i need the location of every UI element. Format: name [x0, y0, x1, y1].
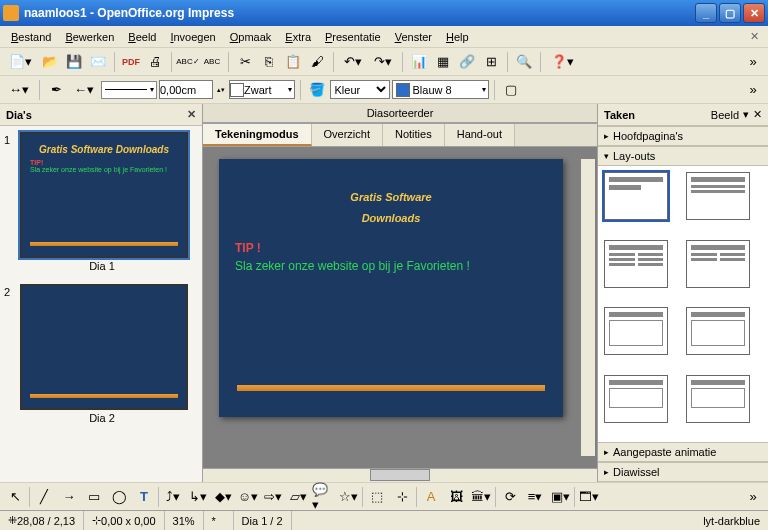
tab-sorter[interactable]: Diasorteerder [203, 104, 597, 123]
cut-button[interactable]: ✂ [234, 51, 256, 73]
maximize-button[interactable]: ▢ [719, 3, 741, 23]
tasks-close-icon[interactable]: ✕ [753, 108, 762, 121]
menu-bestand[interactable]: Bestand [4, 29, 58, 45]
redo-button[interactable]: ↷▾ [369, 51, 397, 73]
layout-item-1[interactable] [604, 172, 668, 220]
line-color-select[interactable]: Zwart▾ [229, 80, 295, 99]
arrange-tool[interactable]: ▣▾ [549, 486, 571, 508]
symbol-shapes-tool[interactable]: ☺▾ [237, 486, 259, 508]
menu-invoegen[interactable]: Invoegen [163, 29, 222, 45]
gallery-tool[interactable]: 🏛▾ [470, 486, 492, 508]
new-button[interactable]: 📄▾ [4, 51, 37, 73]
section-masterpages[interactable]: Hoofdpagina's [598, 126, 768, 146]
fontwork-tool[interactable]: A [420, 486, 442, 508]
line-width-input[interactable] [159, 80, 213, 99]
points-tool[interactable]: ⬚ [366, 486, 388, 508]
save-button[interactable]: 💾 [63, 51, 85, 73]
toolbar-more-icon[interactable]: » [742, 51, 764, 73]
spellcheck-button[interactable]: ABC✓ [177, 51, 199, 73]
menu-help[interactable]: Help [439, 29, 476, 45]
arrow-style-button[interactable]: ↔▾ [4, 79, 34, 101]
line-width-spinner[interactable]: ▴▾ [215, 79, 227, 101]
menu-extra[interactable]: Extra [278, 29, 318, 45]
print-button[interactable]: 🖨 [144, 51, 166, 73]
tasks-panel: Taken Beeld ▾ ✕ Hoofdpagina's Lay-outs A… [598, 104, 768, 482]
arrow-tool[interactable]: → [58, 486, 80, 508]
tab-outline[interactable]: Overzicht [312, 124, 383, 146]
menu-opmaak[interactable]: Opmaak [223, 29, 279, 45]
connector-tool[interactable]: ↳▾ [187, 486, 209, 508]
tab-drawing[interactable]: Tekeningmodus [203, 124, 312, 146]
menu-bewerken[interactable]: Bewerken [58, 29, 121, 45]
curve-tool[interactable]: ⤴▾ [162, 486, 184, 508]
table-button[interactable]: ▦ [432, 51, 454, 73]
toolbar2-more-icon[interactable]: » [742, 79, 764, 101]
format-paintbrush-button[interactable]: 🖌 [306, 51, 328, 73]
block-arrows-tool[interactable]: ⇨▾ [262, 486, 284, 508]
auto-spellcheck-button[interactable]: ABC [201, 51, 223, 73]
flowchart-tool[interactable]: ▱▾ [287, 486, 309, 508]
callout-tool[interactable]: 💬▾ [312, 486, 334, 508]
select-tool[interactable]: ↖ [4, 486, 26, 508]
copy-button[interactable]: ⎘ [258, 51, 280, 73]
slides-panel: Dia's ✕ 1 Gratis Software Downloads TIP!… [0, 104, 203, 482]
from-file-tool[interactable]: 🖼 [445, 486, 467, 508]
minimize-button[interactable]: _ [695, 3, 717, 23]
layout-item-8[interactable] [686, 375, 750, 423]
section-slide-transition[interactable]: Diawissel [598, 462, 768, 482]
edit-area[interactable]: Gratis SoftwareDownloads TIP ! Sla zeker… [203, 147, 597, 468]
line-style-icon[interactable]: ✒ [45, 79, 67, 101]
stars-tool[interactable]: ☆▾ [337, 486, 359, 508]
chart-button[interactable]: 📊 [408, 51, 430, 73]
layout-item-2[interactable] [686, 172, 750, 220]
tasks-view-dropdown-icon[interactable]: ▾ [743, 108, 749, 121]
layout-item-6[interactable] [686, 307, 750, 355]
tab-handout[interactable]: Hand-out [445, 124, 515, 146]
paste-button[interactable]: 📋 [282, 51, 304, 73]
gluepoints-tool[interactable]: ⊹ [391, 486, 413, 508]
zoom-button[interactable]: 🔍 [513, 51, 535, 73]
undo-button[interactable]: ↶▾ [339, 51, 367, 73]
drawing-toolbar-more-icon[interactable]: » [742, 486, 764, 508]
basic-shapes-tool[interactable]: ◆▾ [212, 486, 234, 508]
tab-notes[interactable]: Notities [383, 124, 445, 146]
fill-bucket-icon[interactable]: 🪣 [306, 79, 328, 101]
document-close-icon[interactable]: ✕ [750, 30, 764, 44]
slide-thumb-1[interactable]: Gratis Software Downloads TIP! Sla zeker… [20, 132, 188, 258]
slides-panel-close-icon[interactable]: ✕ [187, 108, 196, 121]
shadow-button[interactable]: ▢ [500, 79, 522, 101]
rect-tool[interactable]: ▭ [83, 486, 105, 508]
section-custom-animation[interactable]: Aangepaste animatie [598, 442, 768, 462]
line-style-select[interactable]: ▾ [101, 81, 157, 99]
close-button[interactable]: ✕ [743, 3, 765, 23]
slide-canvas[interactable]: Gratis SoftwareDownloads TIP ! Sla zeker… [219, 159, 563, 417]
rotate-tool[interactable]: ⟳ [499, 486, 521, 508]
export-pdf-button[interactable]: PDF [120, 51, 142, 73]
layout-item-3[interactable] [604, 240, 668, 288]
horizontal-scrollbar[interactable] [203, 468, 597, 482]
ellipse-tool[interactable]: ◯ [108, 486, 130, 508]
fill-color-select[interactable]: Blauw 8▾ [392, 80, 489, 99]
arrow-ends-button[interactable]: ←▾ [69, 79, 99, 101]
hyperlink-button[interactable]: 🔗 [456, 51, 478, 73]
slide-design-tool[interactable]: 🗔▾ [578, 486, 600, 508]
menu-presentatie[interactable]: Presentatie [318, 29, 388, 45]
status-zoom[interactable]: 31% [165, 511, 204, 530]
layout-item-7[interactable] [604, 375, 668, 423]
text-tool[interactable]: T [133, 486, 155, 508]
line-tool[interactable]: ╱ [33, 486, 55, 508]
layout-item-5[interactable] [604, 307, 668, 355]
align-tool[interactable]: ≡▾ [524, 486, 546, 508]
layout-item-4[interactable] [686, 240, 750, 288]
fill-mode-select[interactable]: Kleur [330, 80, 390, 99]
help-button[interactable]: ❓▾ [546, 51, 579, 73]
open-button[interactable]: 📂 [39, 51, 61, 73]
email-button[interactable]: ✉️ [87, 51, 109, 73]
navigator-button[interactable]: ⊞ [480, 51, 502, 73]
section-layouts[interactable]: Lay-outs [598, 146, 768, 166]
slide-thumb-2[interactable] [20, 284, 188, 410]
vertical-scrollbar[interactable] [581, 159, 595, 456]
menu-venster[interactable]: Venster [388, 29, 439, 45]
menu-beeld[interactable]: Beeld [121, 29, 163, 45]
tasks-view-menu[interactable]: Beeld [711, 109, 739, 121]
